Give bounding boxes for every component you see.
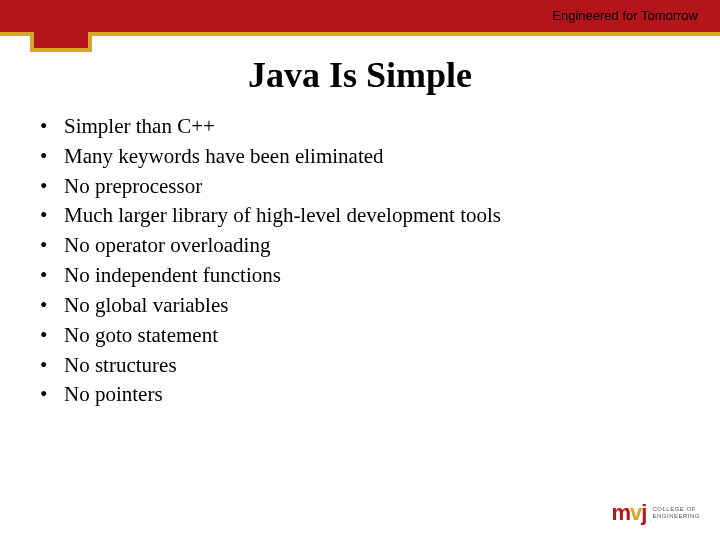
list-item: •No structures — [36, 351, 676, 381]
bullet-icon: • — [36, 142, 64, 172]
logo-text: COLLEGE OF ENGINEERING — [652, 506, 700, 519]
list-item: •No preprocessor — [36, 172, 676, 202]
content-area: •Simpler than C++ •Many keywords have be… — [36, 112, 676, 410]
logo-line1: COLLEGE OF — [652, 506, 700, 513]
list-item: •Much larger library of high-level devel… — [36, 201, 676, 231]
bullet-text: No structures — [64, 351, 177, 381]
bullet-text: No operator overloading — [64, 231, 270, 261]
footer-logo: mvj COLLEGE OF ENGINEERING — [612, 500, 700, 526]
notch-accent-bottom — [30, 48, 92, 52]
list-item: •No operator overloading — [36, 231, 676, 261]
bullet-text: No global variables — [64, 291, 228, 321]
bullet-text: No preprocessor — [64, 172, 202, 202]
bullet-icon: • — [36, 112, 64, 142]
bullet-text: Simpler than C++ — [64, 112, 215, 142]
logo-m: m — [612, 500, 631, 525]
logo-j: j — [641, 500, 646, 525]
slide-title: Java Is Simple — [0, 54, 720, 96]
bullet-icon: • — [36, 172, 64, 202]
bullet-list: •Simpler than C++ •Many keywords have be… — [36, 112, 676, 410]
bullet-icon: • — [36, 321, 64, 351]
header-notch — [34, 0, 88, 48]
logo-v: v — [630, 500, 641, 525]
bullet-icon: • — [36, 291, 64, 321]
tagline: Engineered for Tomorrow — [552, 8, 698, 23]
bullet-text: Many keywords have been eliminated — [64, 142, 384, 172]
bullet-icon: • — [36, 351, 64, 381]
bullet-text: Much larger library of high-level develo… — [64, 201, 501, 231]
bullet-icon: • — [36, 201, 64, 231]
list-item: •Simpler than C++ — [36, 112, 676, 142]
header-accent — [0, 32, 720, 36]
list-item: •No global variables — [36, 291, 676, 321]
bullet-text: No goto statement — [64, 321, 218, 351]
list-item: •No goto statement — [36, 321, 676, 351]
list-item: •No independent functions — [36, 261, 676, 291]
bullet-text: No independent functions — [64, 261, 281, 291]
logo-line2: ENGINEERING — [652, 513, 700, 520]
bullet-icon: • — [36, 261, 64, 291]
bullet-icon: • — [36, 380, 64, 410]
logo-mark: mvj — [612, 500, 647, 526]
list-item: •Many keywords have been eliminated — [36, 142, 676, 172]
list-item: •No pointers — [36, 380, 676, 410]
bullet-text: No pointers — [64, 380, 163, 410]
bullet-icon: • — [36, 231, 64, 261]
slide: Engineered for Tomorrow Java Is Simple •… — [0, 0, 720, 540]
